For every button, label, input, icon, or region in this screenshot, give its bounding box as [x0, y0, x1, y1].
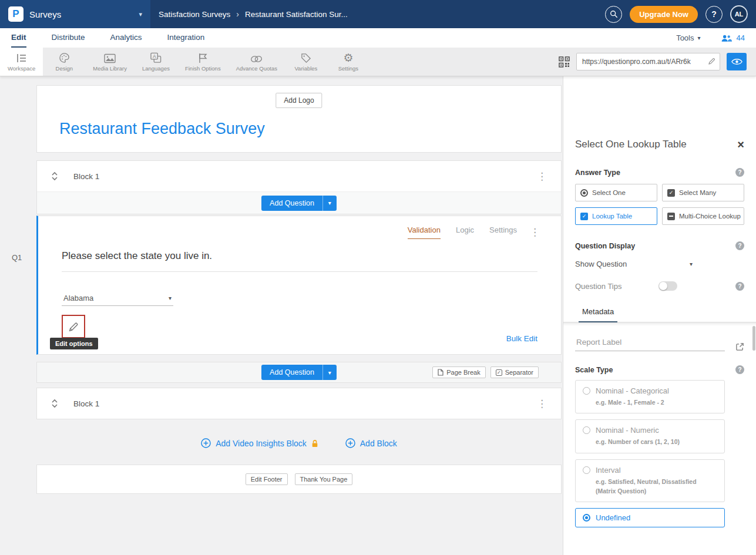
tab-analytics[interactable]: Analytics — [110, 28, 142, 48]
toolbar-item-advance-quotas[interactable]: Advance Quotas — [229, 48, 285, 76]
bulk-edit-link[interactable]: Bulk Edit — [506, 334, 537, 343]
edit-options-button[interactable] — [62, 315, 85, 338]
add-question-dropdown-caret[interactable]: ▾ — [322, 196, 337, 211]
panel-content: Select One Lookup Table × Answer Type ? … — [563, 139, 756, 291]
collaborators-button[interactable]: 44 — [721, 33, 745, 42]
search-button[interactable] — [605, 6, 622, 23]
page-break-label: Page Break — [446, 369, 480, 376]
toolbar-label: Settings — [338, 65, 358, 72]
nav-tab-bar: Edit Distribute Analytics Integration To… — [0, 28, 756, 48]
edit-url-pencil-icon[interactable] — [708, 57, 716, 65]
block-kebab-menu-icon[interactable]: ⋮ — [537, 171, 547, 181]
report-label-row: Report Label — [575, 338, 744, 351]
edit-footer-button[interactable]: Edit Footer — [246, 473, 288, 485]
toolbar-item-variables[interactable]: Variables — [285, 48, 327, 76]
chevron-down-icon[interactable]: ▾ — [139, 11, 142, 18]
toolbar-item-design[interactable]: Design — [43, 48, 85, 76]
scale-option-nominal-numeric[interactable]: Nominal - Numeric e.g. Number of cars (1… — [575, 419, 725, 453]
help-icon[interactable]: ? — [735, 168, 744, 177]
page-break-button[interactable]: Page Break — [432, 366, 485, 378]
preview-button[interactable] — [727, 53, 747, 70]
collaborators-count: 44 — [737, 33, 745, 42]
radio-icon — [583, 426, 590, 434]
report-label-input[interactable]: Report Label — [575, 338, 725, 351]
answer-dropdown[interactable]: Alabama ▾ — [62, 291, 173, 306]
flag-icon — [198, 52, 208, 63]
metadata-tab-bar: Metadata — [563, 306, 756, 322]
scale-option-interval[interactable]: Interval e.g. Satisfied, Neutral, Dissat… — [575, 459, 725, 503]
question-tabs: Validation Logic Settings ⋮ — [408, 226, 540, 239]
tab-edit[interactable]: Edit — [11, 28, 26, 48]
toolbar-item-languages[interactable]: A Languages — [135, 48, 177, 76]
toolbar-label: Languages — [142, 65, 170, 72]
separator-button[interactable]: ✓ Separator — [490, 366, 539, 378]
answer-type-label-text: Multi-Choice Lookup — [679, 213, 741, 220]
answer-type-select-many[interactable]: Select Many — [662, 184, 744, 201]
question-text[interactable]: Please select the state you live in. — [62, 250, 537, 272]
breadcrumb-parent[interactable]: Satisfaction Surveys — [159, 10, 230, 19]
help-icon[interactable]: ? — [735, 365, 744, 374]
answer-type-multi-choice-lookup[interactable]: Multi-Choice Lookup — [662, 207, 744, 225]
toolbar-item-workspace[interactable]: Workspace — [0, 48, 43, 76]
tab-metadata[interactable]: Metadata — [579, 307, 617, 322]
toolbar-item-finish-options[interactable]: Finish Options — [177, 48, 229, 76]
add-video-insights-block-button[interactable]: Add Video Insights Block — [201, 438, 318, 448]
add-question-button[interactable]: Add Question — [261, 365, 322, 380]
add-question-split-button: Add Question ▾ — [261, 196, 337, 211]
answer-type-label-text: Select Many — [679, 189, 716, 196]
add-block-button[interactable]: Add Block — [345, 438, 397, 448]
help-button[interactable]: ? — [705, 6, 723, 23]
toolbar-item-media-library[interactable]: Media Library — [85, 48, 135, 76]
edit-options-tooltip: Edit options — [50, 338, 98, 349]
toolbar-label: Workspace — [8, 65, 35, 72]
survey-title[interactable]: Restaurant Feedback Survey — [59, 120, 265, 138]
question-tips-toggle[interactable] — [658, 281, 677, 291]
external-link-icon[interactable] — [735, 342, 744, 351]
scale-type-label: Scale Type — [575, 366, 613, 374]
block-1-header: Block 1 ⋮ — [37, 161, 561, 191]
scale-option-nominal-categorical[interactable]: Nominal - Categorical e.g. Male - 1, Fem… — [575, 380, 725, 413]
answer-type-label: Answer Type — [575, 169, 620, 177]
add-block-row: Add Video Insights Block Add Block — [36, 438, 562, 448]
toolbar-label: Finish Options — [185, 65, 221, 72]
scale-option-undefined[interactable]: Undefined — [575, 508, 725, 527]
tab-question-settings[interactable]: Settings — [489, 226, 517, 239]
palette-icon — [59, 52, 70, 63]
breadcrumb-separator-icon: › — [236, 9, 239, 19]
survey-url-input[interactable] — [576, 53, 720, 70]
answer-type-select-one[interactable]: Select One — [575, 184, 657, 201]
thank-you-page-button[interactable]: Thank You Page — [295, 473, 353, 485]
panel-divider — [563, 322, 756, 327]
workspace-icon — [16, 52, 28, 63]
tab-distribute[interactable]: Distribute — [52, 28, 85, 48]
qr-code-icon[interactable] — [559, 56, 570, 68]
block-2-header: Block 1 ⋮ — [37, 388, 561, 419]
tab-integration[interactable]: Integration — [167, 28, 205, 48]
question-kebab-menu-icon[interactable]: ⋮ — [530, 227, 540, 237]
close-icon[interactable]: × — [737, 139, 744, 150]
collapse-block-icon[interactable] — [51, 171, 58, 181]
panel-scrollbar-thumb[interactable] — [752, 326, 755, 351]
show-question-dropdown[interactable]: Show Question ▾ — [575, 260, 693, 268]
collapse-block-icon[interactable] — [51, 399, 58, 408]
help-icon[interactable]: ? — [735, 241, 744, 250]
tools-menu[interactable]: Tools ▾ — [676, 33, 700, 42]
answer-type-label-text: Lookup Table — [592, 213, 632, 220]
add-question-dropdown-caret[interactable]: ▾ — [322, 365, 337, 380]
answer-type-lookup-table[interactable]: Lookup Table — [575, 207, 657, 225]
user-avatar[interactable]: AL — [730, 5, 748, 23]
chevron-down-icon: ▾ — [698, 35, 701, 41]
questionpro-logo-icon: P — [8, 6, 23, 22]
toolbar-item-settings[interactable]: ⚙ Settings — [327, 48, 369, 76]
product-switcher[interactable]: P Surveys ▾ — [0, 0, 150, 28]
add-question-button[interactable]: Add Question — [261, 196, 322, 211]
survey-footer-card: Edit Footer Thank You Page — [36, 465, 562, 494]
upgrade-now-button[interactable]: Upgrade Now — [630, 6, 698, 23]
tab-logic[interactable]: Logic — [456, 226, 474, 239]
help-icon[interactable]: ? — [735, 282, 744, 291]
tab-validation[interactable]: Validation — [408, 226, 441, 239]
block-kebab-menu-icon[interactable]: ⋮ — [537, 399, 547, 409]
image-icon — [104, 52, 116, 63]
add-logo-button[interactable]: Add Logo — [275, 93, 322, 108]
show-question-value: Show Question — [575, 260, 627, 268]
